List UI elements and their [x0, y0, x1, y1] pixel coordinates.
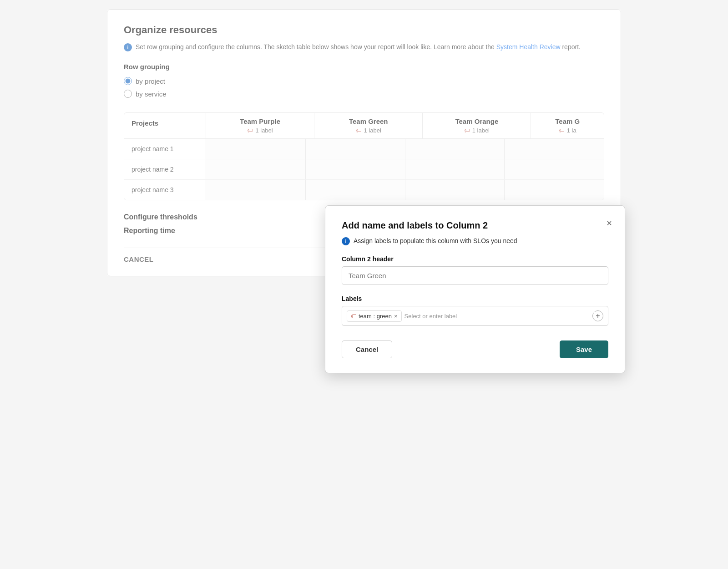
labels-box: 🏷 team : green × Select or enter label + — [342, 306, 608, 326]
tag-icon-purple: 🏷 — [247, 127, 253, 134]
label-input-placeholder: Select or enter label — [404, 313, 590, 320]
row-grouping-label: Row grouping — [124, 63, 604, 71]
radio-group: by project by service — [124, 77, 604, 98]
radio-by-service-input[interactable] — [124, 90, 132, 98]
label-tag-text: team : green — [359, 313, 392, 320]
team-orange-name: Team Orange — [455, 117, 498, 125]
cell-empty-2-3 — [405, 159, 505, 179]
info-row: i Set row grouping and configure the col… — [124, 42, 604, 52]
cell-project-3: project name 3 — [124, 180, 206, 200]
team-orange-label-count: 1 label — [472, 127, 490, 134]
main-card: Organize resources i Set row grouping an… — [107, 9, 621, 276]
col-team-purple[interactable]: Team Purple 🏷 1 label — [206, 113, 314, 138]
col-team-orange[interactable]: Team Orange 🏷 1 label — [423, 113, 531, 138]
cell-project-1: project name 1 — [124, 139, 206, 159]
team-purple-name: Team Purple — [240, 117, 280, 125]
cell-empty-1-4 — [505, 139, 604, 159]
cell-empty-1-3 — [405, 139, 505, 159]
table-row: project name 3 — [124, 180, 604, 200]
team-partial-name: Team G — [555, 117, 580, 125]
modal-info-row: i Assign labels to populate this column … — [342, 236, 608, 245]
cell-empty-2-1 — [206, 159, 306, 179]
add-label-button[interactable]: + — [592, 310, 603, 321]
radio-by-project-input[interactable] — [124, 77, 132, 85]
team-green-label-count: 1 label — [364, 127, 381, 134]
modal-field-label: Column 2 header — [342, 255, 608, 263]
team-green-name: Team Green — [349, 117, 388, 125]
modal-info-text: Assign labels to populate this column wi… — [354, 237, 517, 244]
info-description: Set row grouping and configure the colum… — [136, 42, 581, 52]
modal-save-button[interactable]: Save — [560, 340, 608, 358]
cell-empty-3-1 — [206, 180, 306, 200]
radio-by-project[interactable]: by project — [124, 77, 604, 85]
cell-empty-3-4 — [505, 180, 604, 200]
team-purple-label-count: 1 label — [255, 127, 273, 134]
table-header-row: Projects Team Purple 🏷 1 label Team Gree… — [124, 113, 604, 139]
modal-info-icon: i — [342, 237, 350, 245]
table-row: project name 2 — [124, 159, 604, 180]
description-end: report. — [562, 43, 580, 51]
team-partial-label-count: 1 la — [567, 127, 576, 134]
projects-table: Projects Team Purple 🏷 1 label Team Gree… — [124, 112, 604, 200]
radio-by-project-label: by project — [136, 77, 165, 85]
cell-empty-3-3 — [405, 180, 505, 200]
info-icon: i — [124, 43, 132, 51]
radio-by-service-label: by service — [136, 90, 167, 98]
cell-empty-2-4 — [505, 159, 604, 179]
table-body: project name 1 project name 2 project na… — [124, 139, 604, 200]
modal-dialog: Add name and labels to Column 2 × i Assi… — [325, 205, 625, 373]
cell-project-2: project name 2 — [124, 159, 206, 179]
modal-close-button[interactable]: × — [607, 218, 612, 228]
column-header-input[interactable] — [342, 266, 608, 285]
cell-empty-3-2 — [306, 180, 405, 200]
cell-empty-1-2 — [306, 139, 405, 159]
modal-title: Add name and labels to Column 2 — [342, 220, 608, 231]
label-tag-remove-button[interactable]: × — [394, 313, 398, 319]
label-tag-icon: 🏷 — [351, 313, 356, 319]
team-green-label: 🏷 1 label — [356, 127, 381, 134]
col-projects-header: Projects — [124, 113, 206, 138]
modal-actions: Cancel Save — [342, 340, 608, 358]
team-orange-label: 🏷 1 label — [464, 127, 490, 134]
tag-icon-orange: 🏷 — [464, 127, 470, 134]
cell-empty-1-1 — [206, 139, 306, 159]
tag-icon-partial: 🏷 — [559, 127, 565, 134]
table-row: project name 1 — [124, 139, 604, 159]
team-partial-label: 🏷 1 la — [559, 127, 576, 134]
cell-empty-2-2 — [306, 159, 405, 179]
description-text: Set row grouping and configure the colum… — [136, 43, 495, 51]
team-purple-label: 🏷 1 label — [247, 127, 273, 134]
radio-by-service[interactable]: by service — [124, 90, 604, 98]
page-title: Organize resources — [124, 24, 604, 36]
modal-cancel-button[interactable]: Cancel — [342, 340, 392, 358]
system-health-link[interactable]: System Health Review — [496, 43, 561, 51]
col-team-partial[interactable]: Team G 🏷 1 la — [531, 113, 604, 138]
labels-section: Labels 🏷 team : green × Select or enter … — [342, 295, 608, 326]
col-team-green[interactable]: Team Green 🏷 1 label — [314, 113, 423, 138]
main-cancel-button[interactable]: CANCEL — [124, 255, 154, 263]
tag-icon-green: 🏷 — [356, 127, 362, 134]
labels-section-label: Labels — [342, 295, 608, 302]
label-tag-team-green: 🏷 team : green × — [347, 310, 402, 322]
